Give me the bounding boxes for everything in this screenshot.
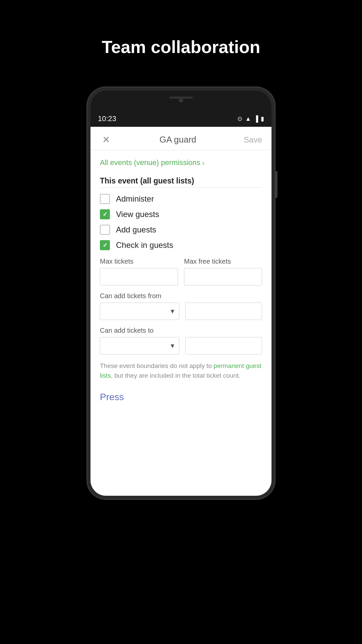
- signal-icon: ▐: [254, 115, 258, 122]
- event-section-title: This event (all guest lists): [100, 176, 262, 185]
- page-title: Team collaboration: [102, 37, 260, 57]
- permissions-link[interactable]: All events (venue) permissions ›: [100, 158, 262, 167]
- checkbox-add-guests[interactable]: [100, 225, 110, 235]
- checkbox-row-add-guests: Add guests: [100, 225, 262, 235]
- checkbox-administer[interactable]: [100, 194, 110, 204]
- phone-mockup: 10:23 ⊙ ▲ ▐ ▮ ✕ GA guard Save All events…: [87, 87, 275, 499]
- chevron-down-icon-2: ▾: [171, 341, 174, 350]
- max-tickets-input[interactable]: [100, 268, 178, 285]
- status-bar: 10:23 ⊙ ▲ ▐ ▮: [90, 111, 272, 127]
- max-tickets-group: Max tickets: [100, 258, 178, 285]
- fields-section: Max tickets Max free tickets Can add tic…: [100, 258, 262, 355]
- phone-camera: [179, 98, 183, 103]
- checkbox-row-check-in-guests: Check in guests: [100, 240, 262, 250]
- can-add-from-section: Can add tickets from ▾: [100, 292, 262, 320]
- section-divider: [100, 187, 262, 188]
- can-add-from-dropdown[interactable]: ▾: [100, 303, 179, 320]
- wifi-icon: ▲: [245, 115, 251, 122]
- phone-frame: 10:23 ⊙ ▲ ▐ ▮ ✕ GA guard Save All events…: [87, 87, 275, 499]
- max-tickets-row: Max tickets Max free tickets: [100, 258, 262, 285]
- app-header: ✕ GA guard Save: [90, 127, 272, 150]
- max-free-tickets-group: Max free tickets: [184, 258, 262, 285]
- checkbox-check-in-guests[interactable]: [100, 240, 110, 250]
- checkbox-add-guests-label: Add guests: [116, 225, 156, 234]
- checkbox-administer-label: Administer: [116, 194, 154, 204]
- info-text-after: , but they are included in the total tic…: [111, 372, 241, 379]
- max-free-tickets-label: Max free tickets: [184, 258, 262, 265]
- can-add-from-row: ▾: [100, 303, 262, 320]
- can-add-to-section: Can add tickets to ▾: [100, 327, 262, 355]
- can-add-to-dropdown[interactable]: ▾: [100, 337, 179, 355]
- can-add-to-row: ▾: [100, 337, 262, 355]
- permissions-link-label: All events (venue) permissions: [100, 158, 200, 167]
- checkbox-view-guests[interactable]: [100, 209, 110, 219]
- checkbox-row-view-guests: View guests: [100, 209, 262, 219]
- chevron-down-icon: ▾: [171, 307, 174, 316]
- battery-icon: ▮: [261, 115, 264, 122]
- info-text: These event boundaries do not apply to p…: [100, 361, 262, 380]
- save-button[interactable]: Save: [244, 135, 262, 145]
- phone-notch: [90, 91, 272, 111]
- close-button[interactable]: ✕: [100, 134, 112, 145]
- can-add-from-input[interactable]: [185, 303, 262, 320]
- can-add-to-label: Can add tickets to: [100, 327, 262, 334]
- notification-ring-icon: ⊙: [237, 115, 242, 122]
- checkbox-check-in-guests-label: Check in guests: [116, 240, 173, 250]
- app-content: All events (venue) permissions › This ev…: [90, 150, 272, 414]
- max-free-tickets-input[interactable]: [184, 268, 262, 285]
- phone-side-button: [276, 171, 278, 198]
- info-text-before: These event boundaries do not apply to: [100, 362, 214, 369]
- can-add-from-label: Can add tickets from: [100, 292, 262, 300]
- chevron-right-icon: ›: [202, 159, 205, 167]
- phone-screen: ✕ GA guard Save All events (venue) permi…: [90, 127, 272, 496]
- status-icons: ⊙ ▲ ▐ ▮: [237, 115, 264, 122]
- checkbox-row-administer: Administer: [100, 194, 262, 204]
- press-button[interactable]: Press: [100, 388, 262, 406]
- status-time: 10:23: [98, 114, 116, 123]
- max-tickets-label: Max tickets: [100, 258, 178, 265]
- checkbox-view-guests-label: View guests: [116, 210, 159, 219]
- can-add-to-input[interactable]: [185, 337, 262, 355]
- screen-title: GA guard: [160, 135, 196, 145]
